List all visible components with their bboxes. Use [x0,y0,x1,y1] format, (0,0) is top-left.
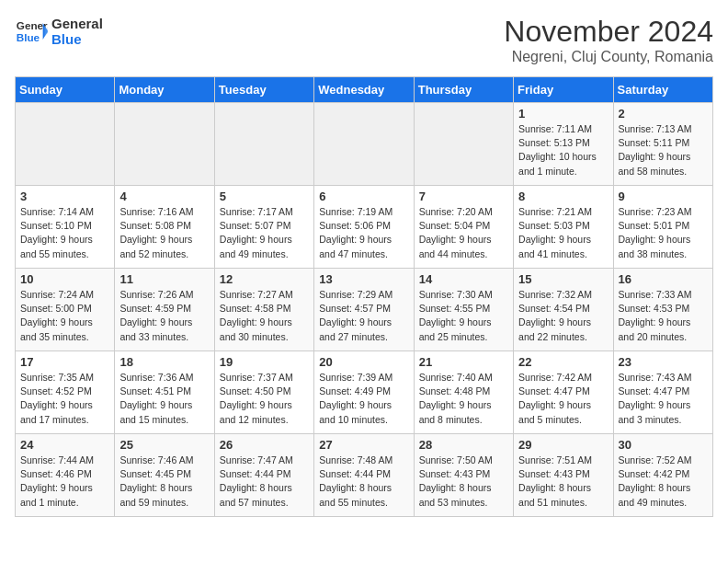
day-number: 8 [518,190,608,203]
day-detail: Sunrise: 7:43 AMSunset: 4:47 PMDaylight:… [619,371,708,427]
day-detail: Sunrise: 7:30 AMSunset: 4:55 PMDaylight:… [419,288,508,344]
day-detail: Sunrise: 7:29 AMSunset: 4:57 PMDaylight:… [319,288,408,344]
day-number: 12 [220,272,309,286]
main-title: November 2024 [504,15,713,49]
day-detail: Sunrise: 7:21 AMSunset: 5:03 PMDaylight:… [518,205,608,261]
day-detail: Sunrise: 7:47 AMSunset: 4:44 PMDaylight:… [220,454,309,510]
day-detail: Sunrise: 7:46 AMSunset: 4:45 PMDaylight:… [119,454,209,510]
calendar-week-row: 10Sunrise: 7:24 AMSunset: 5:00 PMDayligh… [16,269,713,351]
day-number: 2 [619,107,708,121]
calendar-day-cell: 27Sunrise: 7:48 AMSunset: 4:44 PMDayligh… [314,434,414,517]
calendar-day-cell [16,103,115,186]
calendar-day-cell: 14Sunrise: 7:30 AMSunset: 4:55 PMDayligh… [414,269,513,351]
calendar-day-cell: 26Sunrise: 7:47 AMSunset: 4:44 PMDayligh… [214,434,313,517]
day-number: 22 [518,355,608,369]
calendar-day-cell: 16Sunrise: 7:33 AMSunset: 4:53 PMDayligh… [613,269,712,351]
calendar-day-cell: 11Sunrise: 7:26 AMSunset: 4:59 PMDayligh… [115,269,214,351]
day-number: 16 [619,272,708,286]
day-number: 17 [20,355,109,369]
day-number: 30 [619,438,708,452]
calendar-day-header: Thursday [414,77,513,103]
calendar-day-cell [115,103,214,186]
day-number: 18 [119,355,209,369]
calendar-day-cell [414,103,513,186]
day-detail: Sunrise: 7:11 AMSunset: 5:13 PMDaylight:… [518,122,608,178]
day-detail: Sunrise: 7:13 AMSunset: 5:11 PMDaylight:… [619,122,708,178]
calendar-day-cell: 18Sunrise: 7:36 AMSunset: 4:51 PMDayligh… [115,351,214,434]
day-detail: Sunrise: 7:24 AMSunset: 5:00 PMDaylight:… [20,288,109,344]
day-detail: Sunrise: 7:26 AMSunset: 4:59 PMDaylight:… [119,288,209,344]
calendar-day-cell: 22Sunrise: 7:42 AMSunset: 4:47 PMDayligh… [514,351,613,434]
day-detail: Sunrise: 7:16 AMSunset: 5:08 PMDaylight:… [119,205,209,261]
calendar-day-cell: 30Sunrise: 7:52 AMSunset: 4:42 PMDayligh… [613,434,712,517]
logo: General Blue General Blue [15,15,103,48]
day-detail: Sunrise: 7:14 AMSunset: 5:10 PMDaylight:… [20,205,109,261]
day-number: 15 [518,272,608,286]
day-detail: Sunrise: 7:37 AMSunset: 4:50 PMDaylight:… [220,371,309,427]
day-number: 6 [319,190,408,203]
calendar-day-header: Friday [514,77,613,103]
subtitle: Negreni, Cluj County, Romania [504,49,713,65]
day-detail: Sunrise: 7:36 AMSunset: 4:51 PMDaylight:… [119,371,209,427]
calendar-day-cell [314,103,414,186]
calendar-day-cell [214,103,313,186]
day-detail: Sunrise: 7:40 AMSunset: 4:48 PMDaylight:… [419,371,508,427]
calendar-day-cell: 12Sunrise: 7:27 AMSunset: 4:58 PMDayligh… [214,269,313,351]
calendar-day-cell: 15Sunrise: 7:32 AMSunset: 4:54 PMDayligh… [514,269,613,351]
page-header: General Blue General Blue November 2024 … [15,15,713,65]
calendar-day-cell: 25Sunrise: 7:46 AMSunset: 4:45 PMDayligh… [115,434,214,517]
calendar-day-cell: 19Sunrise: 7:37 AMSunset: 4:50 PMDayligh… [214,351,313,434]
calendar-day-header: Tuesday [214,77,313,103]
day-detail: Sunrise: 7:52 AMSunset: 4:42 PMDaylight:… [619,454,708,510]
calendar-week-row: 1Sunrise: 7:11 AMSunset: 5:13 PMDaylight… [16,103,713,186]
calendar-day-cell: 10Sunrise: 7:24 AMSunset: 5:00 PMDayligh… [16,269,115,351]
day-number: 23 [619,355,708,369]
calendar-day-cell: 7Sunrise: 7:20 AMSunset: 5:04 PMDaylight… [414,186,513,269]
title-section: November 2024 Negreni, Cluj County, Roma… [504,15,713,65]
day-number: 14 [419,272,508,286]
calendar-body: 1Sunrise: 7:11 AMSunset: 5:13 PMDaylight… [16,103,713,517]
day-detail: Sunrise: 7:32 AMSunset: 4:54 PMDaylight:… [518,288,608,344]
day-number: 27 [319,438,408,452]
calendar-day-cell: 29Sunrise: 7:51 AMSunset: 4:43 PMDayligh… [514,434,613,517]
day-number: 19 [220,355,309,369]
day-number: 1 [518,107,608,121]
calendar-day-header: Saturday [613,77,712,103]
svg-text:Blue: Blue [17,31,40,43]
calendar-day-cell: 17Sunrise: 7:35 AMSunset: 4:52 PMDayligh… [16,351,115,434]
calendar-day-cell: 5Sunrise: 7:17 AMSunset: 5:07 PMDaylight… [214,186,313,269]
day-number: 10 [20,272,109,286]
calendar-day-cell: 8Sunrise: 7:21 AMSunset: 5:03 PMDaylight… [514,186,613,269]
day-number: 20 [319,355,408,369]
day-number: 5 [220,190,309,203]
calendar-week-row: 24Sunrise: 7:44 AMSunset: 4:46 PMDayligh… [16,434,713,517]
day-number: 25 [119,438,209,452]
calendar-day-header: Wednesday [314,77,414,103]
calendar-day-cell: 21Sunrise: 7:40 AMSunset: 4:48 PMDayligh… [414,351,513,434]
day-detail: Sunrise: 7:42 AMSunset: 4:47 PMDaylight:… [518,371,608,427]
day-detail: Sunrise: 7:33 AMSunset: 4:53 PMDaylight:… [619,288,708,344]
day-detail: Sunrise: 7:23 AMSunset: 5:01 PMDaylight:… [619,205,708,261]
calendar-week-row: 3Sunrise: 7:14 AMSunset: 5:10 PMDaylight… [16,186,713,269]
calendar-day-cell: 13Sunrise: 7:29 AMSunset: 4:57 PMDayligh… [314,269,414,351]
day-detail: Sunrise: 7:27 AMSunset: 4:58 PMDaylight:… [220,288,309,344]
day-number: 7 [419,190,508,203]
calendar-day-cell: 24Sunrise: 7:44 AMSunset: 4:46 PMDayligh… [16,434,115,517]
calendar-header: SundayMondayTuesdayWednesdayThursdayFrid… [16,77,713,103]
calendar-day-cell: 20Sunrise: 7:39 AMSunset: 4:49 PMDayligh… [314,351,414,434]
calendar-day-cell: 6Sunrise: 7:19 AMSunset: 5:06 PMDaylight… [314,186,414,269]
day-number: 13 [319,272,408,286]
calendar-day-cell: 3Sunrise: 7:14 AMSunset: 5:10 PMDaylight… [16,186,115,269]
calendar-day-cell: 1Sunrise: 7:11 AMSunset: 5:13 PMDaylight… [514,103,613,186]
day-number: 9 [619,190,708,203]
day-detail: Sunrise: 7:51 AMSunset: 4:43 PMDaylight:… [518,454,608,510]
day-number: 28 [419,438,508,452]
day-number: 11 [119,272,209,286]
logo-text-blue: Blue [51,31,103,47]
calendar-header-row: SundayMondayTuesdayWednesdayThursdayFrid… [16,77,713,103]
day-detail: Sunrise: 7:35 AMSunset: 4:52 PMDaylight:… [20,371,109,427]
calendar-day-cell: 2Sunrise: 7:13 AMSunset: 5:11 PMDaylight… [613,103,712,186]
day-detail: Sunrise: 7:39 AMSunset: 4:49 PMDaylight:… [319,371,408,427]
calendar-day-cell: 9Sunrise: 7:23 AMSunset: 5:01 PMDaylight… [613,186,712,269]
day-detail: Sunrise: 7:20 AMSunset: 5:04 PMDaylight:… [419,205,508,261]
